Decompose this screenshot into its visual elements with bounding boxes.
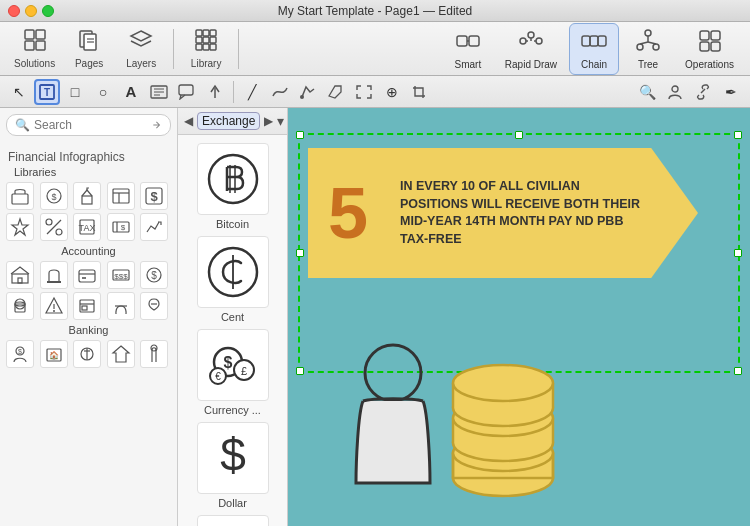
icon-cell[interactable]: $ bbox=[140, 261, 168, 289]
icon-cell[interactable]: $ bbox=[107, 213, 135, 241]
tool-pen[interactable] bbox=[295, 79, 321, 105]
symbol-dollar-bag[interactable]: $ Dollar bag bbox=[197, 515, 269, 526]
icon-cell[interactable] bbox=[140, 292, 168, 320]
nav-forward-arrow[interactable]: ▶ bbox=[264, 114, 273, 128]
svg-point-99 bbox=[209, 155, 257, 203]
pages-icon bbox=[77, 28, 101, 56]
search-input[interactable] bbox=[34, 118, 147, 132]
toolbar-library[interactable]: Library bbox=[182, 24, 230, 73]
library-label: Library bbox=[191, 58, 222, 69]
icon-cell[interactable] bbox=[107, 292, 135, 320]
svg-rect-18 bbox=[457, 36, 467, 46]
tool-text-edit[interactable]: T bbox=[34, 79, 60, 105]
icon-cell[interactable]: $$$ bbox=[107, 261, 135, 289]
svg-rect-37 bbox=[700, 31, 709, 40]
svg-point-128 bbox=[453, 365, 553, 401]
svg-rect-27 bbox=[582, 36, 590, 46]
window-controls bbox=[8, 5, 54, 17]
icon-cell[interactable] bbox=[73, 261, 101, 289]
icon-cell[interactable]: $ bbox=[6, 340, 34, 368]
canvas[interactable]: 5 IN EVERY 10 OF ALL CIVILIAN POSITIONS … bbox=[288, 108, 750, 526]
svg-rect-52 bbox=[12, 194, 28, 204]
tool-rect[interactable]: □ bbox=[62, 79, 88, 105]
icon-cell[interactable] bbox=[107, 340, 135, 368]
tool-curve[interactable] bbox=[267, 79, 293, 105]
svg-rect-15 bbox=[196, 44, 202, 50]
symbol-dollar[interactable]: $ Dollar bbox=[197, 422, 269, 509]
icon-cell[interactable] bbox=[40, 261, 68, 289]
svg-rect-14 bbox=[210, 37, 216, 43]
icon-cell[interactable]: 🏠 bbox=[40, 340, 68, 368]
tool-eraser[interactable] bbox=[323, 79, 349, 105]
tool-text[interactable]: A bbox=[118, 79, 144, 105]
toolbar-solutions[interactable]: Solutions bbox=[8, 24, 61, 73]
tool-link[interactable] bbox=[690, 79, 716, 105]
symbol-cent[interactable]: Cent bbox=[197, 236, 269, 323]
search-box[interactable]: 🔍 bbox=[6, 114, 171, 136]
sidebar-toggle-icon[interactable] bbox=[151, 118, 162, 132]
svg-text:$: $ bbox=[152, 270, 158, 281]
smart-icon bbox=[455, 28, 481, 59]
symbol-list: Bitcoin Cent $ bbox=[178, 135, 287, 526]
close-button[interactable] bbox=[8, 5, 20, 17]
tool-arrow[interactable] bbox=[202, 79, 228, 105]
toolbar-operations[interactable]: Operations bbox=[677, 24, 742, 74]
toolbar-layers[interactable]: Layers bbox=[117, 24, 165, 73]
tool-crop[interactable] bbox=[407, 79, 433, 105]
layers-icon bbox=[129, 28, 153, 56]
icon-cell[interactable] bbox=[40, 213, 68, 241]
toolbar-pages[interactable]: Pages bbox=[65, 24, 113, 73]
tool-line[interactable]: ╱ bbox=[239, 79, 265, 105]
icon-cell[interactable] bbox=[6, 261, 34, 289]
icon-cell[interactable] bbox=[140, 340, 168, 368]
svg-text:€: € bbox=[215, 371, 221, 382]
icon-cell[interactable]: TAX bbox=[73, 213, 101, 241]
icon-cell[interactable]: $ bbox=[40, 182, 68, 210]
svg-line-36 bbox=[648, 42, 656, 44]
maximize-button[interactable] bbox=[42, 5, 54, 17]
tree-icon bbox=[635, 28, 661, 59]
toolbar-tree[interactable]: Tree bbox=[623, 24, 673, 74]
icon-cell[interactable] bbox=[140, 213, 168, 241]
toolbar-rapid-draw[interactable]: Rapid Draw bbox=[497, 24, 565, 74]
svg-point-51 bbox=[672, 86, 678, 92]
svg-rect-70 bbox=[18, 278, 22, 283]
toolbar-chain[interactable]: Chain bbox=[569, 23, 619, 75]
nav-back-arrow[interactable]: ◀ bbox=[184, 114, 193, 128]
accounting-icon-grid: $ $ TAX $ bbox=[6, 182, 171, 241]
svg-rect-55 bbox=[82, 196, 92, 204]
toolbar-smart[interactable]: Smart bbox=[443, 24, 493, 74]
icon-cell[interactable] bbox=[73, 292, 101, 320]
tool-pointer[interactable]: ↖ bbox=[6, 79, 32, 105]
panel-title-select[interactable]: Exchange bbox=[197, 112, 260, 130]
icon-cell[interactable] bbox=[6, 292, 34, 320]
icon-cell[interactable]: $ bbox=[140, 182, 168, 210]
svg-rect-12 bbox=[196, 37, 202, 43]
symbol-bitcoin[interactable]: Bitcoin bbox=[197, 143, 269, 230]
dropdown-arrow-icon[interactable]: ▾ bbox=[277, 113, 284, 129]
tree-label: Tree bbox=[638, 59, 658, 70]
icon-cell[interactable] bbox=[73, 182, 101, 210]
svg-text:$: $ bbox=[51, 192, 56, 202]
tool-person[interactable] bbox=[662, 79, 688, 105]
tool-plus[interactable]: ⊕ bbox=[379, 79, 405, 105]
minimize-button[interactable] bbox=[25, 5, 37, 17]
icon-cell[interactable] bbox=[6, 182, 34, 210]
svg-rect-72 bbox=[79, 270, 95, 282]
svg-point-63 bbox=[56, 229, 62, 235]
tool-pen2[interactable]: ✒ bbox=[718, 79, 744, 105]
tool-callout[interactable] bbox=[174, 79, 200, 105]
icon-cell[interactable] bbox=[40, 292, 68, 320]
icon-cell[interactable] bbox=[6, 213, 34, 241]
tool-ellipse[interactable]: ○ bbox=[90, 79, 116, 105]
svg-point-84 bbox=[53, 310, 55, 312]
tool-transform[interactable] bbox=[351, 79, 377, 105]
tool-zoom[interactable]: 🔍 bbox=[634, 79, 660, 105]
svg-text:🏠: 🏠 bbox=[49, 350, 59, 360]
symbol-currency[interactable]: $ £ € Currency ... bbox=[197, 329, 269, 416]
icon-cell[interactable] bbox=[73, 340, 101, 368]
tool-textbox[interactable] bbox=[146, 79, 172, 105]
svg-rect-56 bbox=[113, 189, 129, 203]
icon-cell[interactable] bbox=[107, 182, 135, 210]
tools-bar: ↖ T □ ○ A ╱ ⊕ 🔍 ✒ bbox=[0, 76, 750, 108]
